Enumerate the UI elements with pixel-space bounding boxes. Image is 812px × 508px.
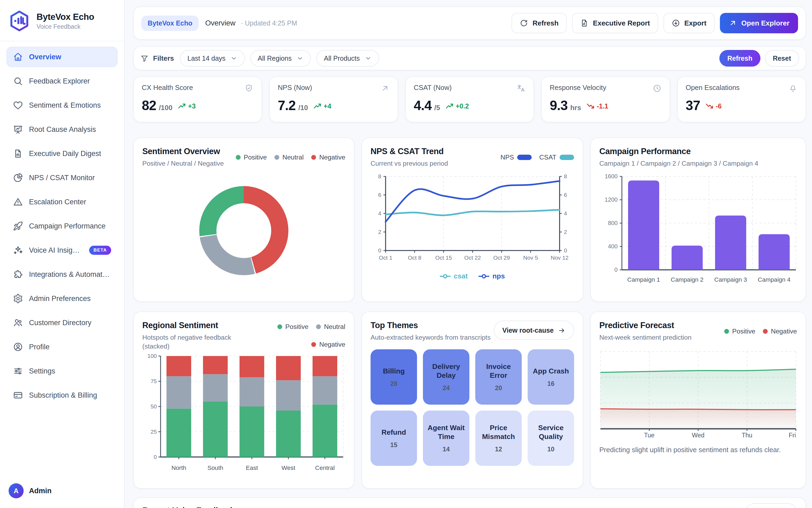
theme-count: 16 <box>547 380 554 387</box>
sidebar-item-label: Integrations & Automation <box>29 270 111 279</box>
top-bar-actions: RefreshExecutive ReportExportOpen Explor… <box>512 13 798 33</box>
sidebar-item-label: Subscription & Billing <box>29 391 97 399</box>
theme-tile-agent-wait-time[interactable]: Agent Wait Time 14 <box>423 411 469 466</box>
theme-tile-price-mismatch[interactable]: Price Mismatch 12 <box>475 411 522 466</box>
avatar: A <box>9 483 24 498</box>
campaign-card-subtitle: Campaign 1 / Campaign 2 / Campaign 3 / C… <box>599 159 758 168</box>
kpi-unit: /5 <box>434 103 440 112</box>
sidebar-item-voice-ai-insights[interactable]: Voice AI Insights...BETA <box>6 240 118 260</box>
theme-tile-app-crash[interactable]: App Crash 16 <box>528 349 574 405</box>
sidebar-item-sentiment-emotions[interactable]: Sentiment & Emotions <box>6 95 118 116</box>
theme-count: 10 <box>547 446 554 453</box>
sidebar-item-settings[interactable]: Settings <box>6 361 118 381</box>
trend-down-icon <box>706 102 714 110</box>
filters-label-group: Filters <box>140 54 174 62</box>
filters-reset-button[interactable]: Reset <box>765 50 799 67</box>
svg-text:4: 4 <box>378 210 381 216</box>
sidebar-item-feedback-explorer[interactable]: Feedback Explorer <box>6 71 118 91</box>
doc-chart-icon <box>13 149 23 159</box>
filter-dropdown-all-regions[interactable]: All Regions <box>250 50 311 67</box>
sidebar-item-campaign-performance[interactable]: Campaign Performance <box>6 216 118 236</box>
sidebar-item-executive-daily-digest[interactable]: Executive Daily Digest <box>6 143 118 164</box>
forecast-area-chart: TueWedThuFri <box>599 347 797 438</box>
sidebar-item-label: Customer Directory <box>29 319 92 327</box>
kpi-title: Open Escalations <box>686 84 740 92</box>
sparkles-icon <box>13 245 23 255</box>
theme-count: 28 <box>390 380 397 387</box>
funnel-icon <box>140 54 149 63</box>
kpi-delta: +4 <box>313 102 331 110</box>
legend-item-negative: Negative <box>311 341 345 348</box>
warning-icon <box>13 197 23 207</box>
svg-text:West: West <box>282 465 295 471</box>
app-brand: ByteVox Echo Voice Feedback <box>0 0 124 41</box>
theme-tile-refund[interactable]: Refund 15 <box>371 411 417 466</box>
theme-tile-delivery-delay[interactable]: Delivery Delay 24 <box>423 349 469 405</box>
arrow-up-right-icon <box>381 84 390 93</box>
view-root-cause-button[interactable]: View root-cause <box>494 321 574 340</box>
executive-report-button[interactable]: Executive Report <box>572 13 658 33</box>
legend-item-positive: Positive <box>277 323 308 331</box>
sidebar-item-nps-csat-monitor[interactable]: NPS / CSAT Monitor <box>6 168 118 188</box>
chevron-down-icon <box>230 55 238 62</box>
arrow-right-icon <box>558 327 565 334</box>
sidebar-item-profile[interactable]: Profile <box>6 337 118 357</box>
sidebar-item-subscription-billing[interactable]: Subscription & Billing <box>6 385 118 406</box>
recent-feedback-action-button[interactable] <box>745 503 797 508</box>
theme-label: App Crash <box>533 367 569 376</box>
theme-tile-service-quality[interactable]: Service Quality 10 <box>528 411 574 466</box>
series-marker-icon <box>478 273 489 279</box>
main-content: ByteVox Echo Overview · Updated 4:25 PM … <box>125 0 812 508</box>
svg-text:Campaign 3: Campaign 3 <box>714 276 747 283</box>
theme-tile-billing[interactable]: Billing 28 <box>371 349 417 405</box>
filter-dropdown-last-14-days[interactable]: Last 14 days <box>180 50 245 67</box>
trend-up-icon <box>445 102 454 110</box>
nps-csat-trend-card: NPS & CSAT Trend Current vs previous per… <box>361 137 583 302</box>
sliders-icon <box>13 366 23 376</box>
sidebar-item-label: Campaign Performance <box>29 222 105 230</box>
charts-row-2: Regional Sentiment Hotspots of negative … <box>133 311 806 489</box>
trend-down-icon <box>587 102 595 110</box>
sidebar-item-customer-directory[interactable]: Customer Directory <box>6 312 118 333</box>
kpi-card-cx-health-score: CX Health Score 82 /100 +3 <box>133 76 262 122</box>
kpi-value: 37 <box>686 98 700 113</box>
forecast-card-subtitle: Next-week sentiment prediction <box>599 333 691 342</box>
refresh-icon <box>520 19 528 28</box>
breadcrumb-app-pill[interactable]: ByteVox Echo <box>141 15 199 31</box>
sidebar-item-escalation-center[interactable]: Escalation Center <box>6 192 118 212</box>
refresh-button[interactable]: Refresh <box>512 13 566 33</box>
filters-refresh-button[interactable]: Refresh <box>719 50 761 67</box>
svg-text:0: 0 <box>378 247 381 253</box>
sidebar-item-integrations-automation[interactable]: Integrations & Automation <box>6 264 118 285</box>
regional-legend: PositiveNeutralNegative <box>265 321 345 351</box>
filter-dropdown-all-products[interactable]: All Products <box>316 50 379 67</box>
top-bar: ByteVox Echo Overview · Updated 4:25 PM … <box>133 6 806 40</box>
open-explorer-button[interactable]: Open Explorer <box>720 13 798 33</box>
svg-text:0: 0 <box>564 247 567 253</box>
user-circle-icon <box>13 342 23 352</box>
forecast-card-title: Predictive Forecast <box>599 321 691 330</box>
svg-text:Central: Central <box>315 465 335 471</box>
beta-badge: BETA <box>89 246 111 255</box>
trend-card-title: NPS & CSAT Trend <box>371 146 448 156</box>
export-button[interactable]: Export <box>664 13 715 33</box>
theme-tile-invoice-error[interactable]: Invoice Error 20 <box>475 349 522 405</box>
user-row[interactable]: A Admin <box>0 476 124 508</box>
sidebar-item-label: Admin Preferences <box>29 295 91 303</box>
svg-text:1600: 1600 <box>605 173 617 180</box>
theme-label: Refund <box>382 428 406 437</box>
legend-item-positive: Positive <box>236 154 267 161</box>
sidebar-item-root-cause-analysis[interactable]: Root Cause Analysis <box>6 119 118 140</box>
regional-card-subtitle: Hotspots of negative feedback (stacked) <box>142 333 255 351</box>
theme-count: 20 <box>495 384 502 392</box>
sidebar-item-overview[interactable]: Overview <box>6 47 118 67</box>
translate-icon <box>516 84 525 93</box>
users-icon <box>13 318 23 328</box>
regional-stacked-bar-chart: 0255075100NorthSouthEastWestCentral <box>142 352 346 480</box>
svg-text:Fri: Fri <box>788 432 796 438</box>
sidebar-item-label: Settings <box>29 367 55 375</box>
kpi-delta: +0.2 <box>445 102 469 110</box>
theme-label: Delivery Delay <box>427 362 465 380</box>
svg-text:Oct 8: Oct 8 <box>408 255 421 261</box>
sidebar-item-admin-preferences[interactable]: Admin Preferences <box>6 288 118 309</box>
